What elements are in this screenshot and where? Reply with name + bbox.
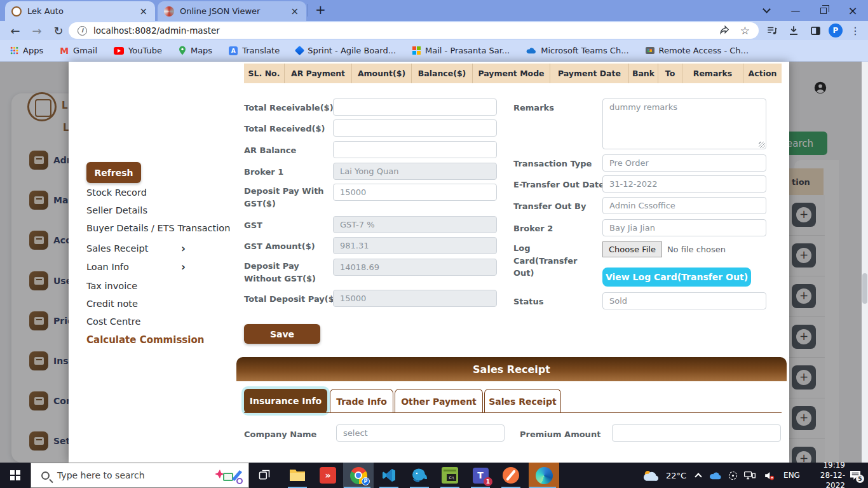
scrollbar-thumb[interactable]: [862, 273, 867, 304]
menu-item-sales-receipt[interactable]: Sales Receipt: [86, 243, 148, 254]
orange-pen-app-icon[interactable]: [497, 463, 525, 488]
bookmark-translate[interactable]: ATranslate: [229, 46, 280, 55]
start-button[interactable]: [0, 463, 31, 488]
broker2-input[interactable]: [602, 219, 766, 236]
chevron-right-icon: ›: [181, 242, 186, 255]
tab-close-icon[interactable]: ×: [138, 6, 149, 17]
bookmark-gmail[interactable]: MGmail: [60, 46, 97, 56]
menu-item-loan-info[interactable]: Loan Info: [86, 262, 129, 272]
red-chevrons-app-icon[interactable]: »: [314, 463, 342, 488]
bookmark-mail[interactable]: Mail - Prasanta Sar...: [412, 46, 510, 55]
download-icon[interactable]: [784, 21, 803, 40]
forward-icon[interactable]: →: [28, 21, 46, 40]
bookmark-sprint-board[interactable]: Sprint - Agile Board...: [296, 46, 396, 55]
meet-now-icon[interactable]: [724, 463, 741, 488]
broker1-input[interactable]: [333, 163, 497, 180]
field-label: GST: [244, 219, 262, 232]
bookmark-remote-access[interactable]: Remote Access - Ch...: [646, 46, 749, 55]
column-header: Payment Date: [550, 64, 629, 83]
payment-modal: SL. No. AR Payment Amount($) Balance($) …: [69, 62, 789, 463]
bookmark-apps[interactable]: Apps: [10, 46, 43, 55]
menu-item-calculate-commission[interactable]: Calculate Commission: [86, 334, 204, 346]
menu-item-stock-record[interactable]: Stock Record: [86, 187, 147, 198]
minimize-button[interactable]: —: [783, 0, 808, 21]
transaction-type-input[interactable]: [602, 154, 766, 172]
reload-icon[interactable]: ↻: [50, 21, 67, 40]
page-scrollbar[interactable]: [862, 62, 868, 463]
side-panel-icon[interactable]: [806, 21, 825, 40]
gst-amount-input[interactable]: [333, 237, 497, 254]
view-log-card-button[interactable]: View Log Card(Transfer Out): [602, 268, 751, 287]
back-icon[interactable]: ←: [6, 21, 24, 40]
bookmark-teams[interactable]: Microsoft Teams Ch...: [526, 46, 628, 55]
resize-handle[interactable]: [759, 142, 765, 148]
status-input[interactable]: [602, 292, 766, 309]
menu-item-cost-centre[interactable]: Cost Centre: [86, 316, 140, 327]
tab-other-payment[interactable]: Other Payment: [395, 389, 483, 413]
deposit-pay-with-gst-input[interactable]: [333, 184, 497, 201]
bookmark-maps[interactable]: Maps: [179, 46, 212, 55]
onedrive-icon[interactable]: [707, 463, 724, 488]
total-deposit-pay-input[interactable]: [333, 290, 497, 307]
share-icon[interactable]: [719, 24, 730, 37]
taskbar-search[interactable]: Type here to search: [31, 463, 249, 488]
tab-insurance-info[interactable]: Insurance Info: [244, 389, 327, 413]
network-icon[interactable]: [741, 463, 759, 488]
menu-item-buyer-details[interactable]: Buyer Details / ETS Transaction: [86, 223, 230, 233]
column-header: Remarks: [682, 64, 743, 83]
profile-avatar[interactable]: P: [826, 21, 845, 40]
ar-balance-input[interactable]: [333, 141, 497, 158]
site-info-icon[interactable]: i: [78, 26, 87, 36]
menu-item-seller-details[interactable]: Seller Details: [86, 205, 147, 215]
restore-button[interactable]: [811, 0, 836, 21]
edge-taskbar-icon[interactable]: [529, 463, 559, 488]
browser-tab-lek-auto[interactable]: Lek Auto ×: [5, 1, 155, 21]
total-received-input[interactable]: [333, 119, 497, 137]
tab-trade-info[interactable]: Trade Info: [330, 389, 393, 413]
tab-divider: [308, 4, 308, 17]
git-terminal-icon[interactable]: C:\: [436, 463, 464, 488]
teams-icon[interactable]: T 1: [466, 463, 494, 488]
tab-sales-receipt[interactable]: Sales Receipt: [484, 389, 561, 413]
menu-item-tax-invoice[interactable]: Tax invoice: [86, 281, 137, 291]
chrome-taskbar-icon[interactable]: P: [343, 463, 374, 488]
tab-search-chevron-icon[interactable]: [754, 0, 779, 21]
url-text: localhost:8082/admin-master: [93, 25, 220, 36]
address-bar[interactable]: i localhost:8082/admin-master ☆: [69, 22, 759, 39]
total-receivable-input[interactable]: [333, 98, 497, 116]
bookmark-youtube[interactable]: YouTube: [114, 46, 162, 55]
premium-amount-input[interactable]: [612, 424, 781, 442]
notification-center-icon[interactable]: 5: [845, 463, 865, 488]
youtube-icon: [114, 47, 124, 55]
choose-file-button[interactable]: Choose File: [602, 241, 662, 257]
etransfer-out-date-input[interactable]: [602, 175, 766, 193]
task-view-button[interactable]: [250, 463, 278, 488]
menu-item-credit-note[interactable]: Credit note: [86, 299, 138, 309]
deposit-pay-without-gst-input[interactable]: [333, 259, 497, 276]
tab-close-icon[interactable]: ×: [289, 6, 300, 17]
volume-muted-icon[interactable]: [760, 463, 778, 488]
media-playlist-extension-icon[interactable]: [763, 21, 782, 40]
language-indicator[interactable]: ENG: [780, 463, 803, 488]
browser-tab-json-viewer[interactable]: Online JSON Viewer ×: [158, 1, 306, 21]
log-card-file-input[interactable]: Choose File No file chosen: [602, 241, 766, 258]
close-button[interactable]: ×: [840, 0, 865, 21]
vscode-icon[interactable]: [375, 463, 403, 488]
transfer-out-by-input[interactable]: [602, 197, 766, 214]
hidden-icons-chevron[interactable]: [691, 463, 705, 488]
remarks-textarea[interactable]: dummy remarks: [602, 98, 766, 149]
save-button[interactable]: Save: [244, 324, 320, 344]
refresh-button[interactable]: Refresh: [86, 162, 141, 183]
bookmarks-bar: Apps MGmail YouTube Maps ATranslate Spri…: [0, 40, 868, 62]
clock[interactable]: 19:19 28-12-2022: [806, 463, 845, 488]
temperature-text[interactable]: 22°C: [662, 463, 690, 488]
browser-menu-icon[interactable]: ⋮: [848, 21, 863, 40]
new-tab-button[interactable]: +: [315, 2, 326, 17]
gst-input[interactable]: [333, 216, 497, 233]
file-explorer-icon[interactable]: [283, 463, 311, 488]
company-name-select[interactable]: [336, 424, 505, 442]
field-label: Deposit Pay Without GST($): [244, 260, 330, 285]
weather-icon[interactable]: [639, 463, 662, 488]
bookmark-star-icon[interactable]: ☆: [740, 24, 750, 37]
pgadmin-elephant-icon[interactable]: [405, 463, 433, 488]
